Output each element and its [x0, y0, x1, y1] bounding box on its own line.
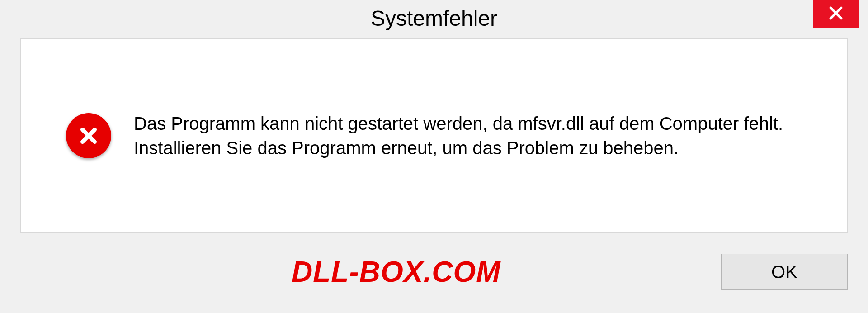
- watermark-text: DLL-BOX.COM: [292, 255, 501, 289]
- error-message: Das Programm kann nicht gestartet werden…: [134, 111, 812, 160]
- close-icon: [827, 4, 845, 24]
- title-bar: Systemfehler: [9, 0, 859, 36]
- dialog-footer: DLL-BOX.COM OK: [20, 249, 848, 294]
- ok-button[interactable]: OK: [721, 254, 848, 290]
- error-icon: [66, 113, 111, 158]
- ok-button-label: OK: [771, 262, 797, 282]
- error-dialog: Systemfehler Das Programm kann nicht ges…: [9, 0, 859, 303]
- dialog-title: Systemfehler: [371, 6, 497, 31]
- close-button[interactable]: [813, 0, 859, 28]
- content-area: Das Programm kann nicht gestartet werden…: [20, 38, 848, 233]
